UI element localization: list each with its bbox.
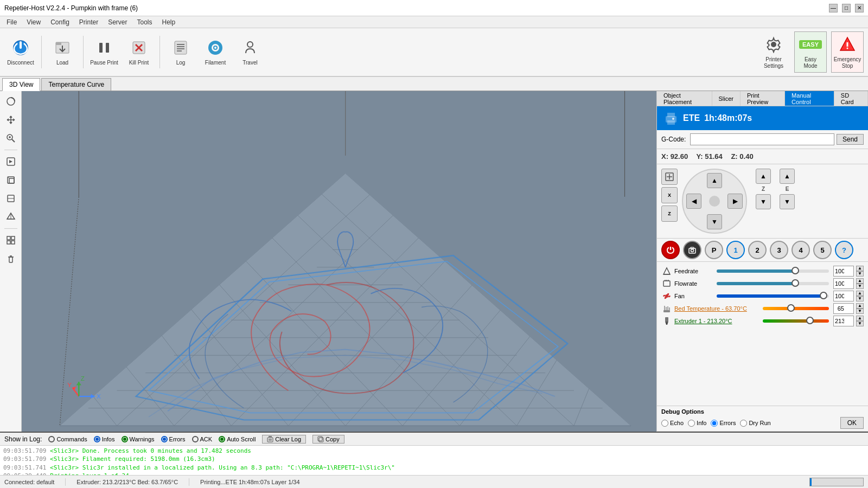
y-minus-button[interactable]: ▼ [707, 214, 722, 229]
fan-value[interactable] [833, 291, 854, 301]
tab-3d-view[interactable]: 3D View [2, 78, 40, 91]
echo-radio[interactable] [661, 420, 668, 427]
pause-print-button[interactable]: Pause Print [88, 31, 120, 73]
gcode-input[interactable] [690, 133, 834, 145]
errors-log-option[interactable]: Errors [161, 436, 186, 442]
menu-file[interactable]: File [2, 17, 21, 27]
feedrate-slider-thumb[interactable] [792, 267, 799, 274]
z-plus-button[interactable]: ▲ [756, 169, 771, 184]
view-fit-button[interactable] [3, 232, 19, 248]
preset-1-button[interactable]: 1 [726, 241, 745, 259]
delete-button[interactable] [3, 251, 19, 267]
feedrate-up[interactable]: ▲ [856, 266, 864, 271]
fan-slider-thumb[interactable] [820, 292, 827, 299]
menu-config[interactable]: Config [46, 17, 74, 27]
view-iso-button[interactable] [3, 172, 19, 188]
log-button[interactable]: Log [164, 31, 197, 73]
flowrate-value[interactable] [833, 278, 854, 289]
emergency-stop-button[interactable]: Emergency Stop [831, 31, 864, 73]
echo-option[interactable]: Echo [661, 420, 684, 427]
preset-4-button[interactable]: 4 [792, 241, 810, 259]
extruder1-value[interactable] [833, 316, 854, 326]
minimize-button[interactable]: — [829, 4, 838, 12]
ok-button[interactable]: OK [840, 417, 864, 429]
feedrate-value[interactable] [833, 266, 854, 277]
extruder1-down[interactable]: ▼ [856, 321, 864, 326]
infos-option[interactable]: Infos [94, 436, 115, 442]
x-minus-button[interactable]: ◀ [686, 194, 701, 209]
home-xy-button[interactable] [661, 169, 678, 185]
infos-radio[interactable] [94, 436, 100, 442]
preset-2-button[interactable]: 2 [748, 241, 767, 259]
info-radio[interactable] [688, 420, 695, 427]
bed-temp-down[interactable]: ▼ [856, 309, 864, 314]
zoom-button[interactable] [3, 130, 19, 146]
disconnect-button[interactable]: Disconnect [4, 31, 37, 73]
view-reset-button[interactable] [3, 153, 19, 170]
auto-scroll-radio[interactable] [219, 436, 225, 442]
power-button[interactable] [661, 241, 680, 259]
menu-printer[interactable]: Printer [75, 17, 103, 27]
errors-option[interactable]: Errors [711, 420, 736, 427]
warnings-option[interactable]: Warnings [122, 436, 155, 442]
ack-option[interactable]: ACK [192, 436, 213, 442]
ack-radio[interactable] [192, 436, 199, 442]
3d-view[interactable]: X Y Z [22, 91, 656, 432]
copy-button[interactable]: Copy [312, 435, 344, 444]
info-option[interactable]: Info [688, 420, 706, 427]
tab-print-preview[interactable]: Print Preview [741, 91, 785, 106]
y-plus-button[interactable]: ▲ [707, 173, 722, 188]
menu-view[interactable]: View [22, 17, 45, 27]
tab-temp-curve[interactable]: Temperature Curve [41, 78, 111, 91]
flowrate-slider-thumb[interactable] [792, 279, 799, 287]
fan-up[interactable]: ▲ [856, 291, 864, 296]
z-minus-button[interactable]: ▼ [756, 194, 771, 209]
view-wireframe-button[interactable] [3, 209, 19, 225]
flowrate-up[interactable]: ▲ [856, 278, 864, 284]
filament-button[interactable]: Filament [199, 31, 232, 73]
feedrate-down[interactable]: ▼ [856, 271, 864, 277]
tab-object-placement[interactable]: Object Placement [657, 91, 712, 106]
p-button[interactable]: P [705, 241, 723, 259]
bed-temp-up[interactable]: ▲ [856, 303, 864, 309]
e-minus-button[interactable]: ▼ [780, 194, 795, 209]
tab-manual-control[interactable]: Manual Control [785, 91, 834, 106]
printer-settings-button[interactable]: Printer Settings [757, 31, 790, 73]
gcode-send-button[interactable]: Send [837, 134, 864, 145]
easy-mode-button[interactable]: EASY Easy Mode [794, 31, 827, 73]
errors-radio[interactable] [711, 420, 718, 427]
help-button[interactable]: ? [835, 241, 853, 259]
maximize-button[interactable]: □ [842, 4, 851, 12]
dry-run-option[interactable]: Dry Run [740, 420, 770, 427]
clear-log-button[interactable]: Clear Log [262, 435, 306, 444]
view-flat-button[interactable] [3, 190, 19, 207]
tab-slicer[interactable]: Slicer [712, 91, 741, 106]
e-plus-button[interactable]: ▲ [780, 169, 795, 184]
home-z-button[interactable]: Z [661, 206, 678, 222]
errors-log-radio[interactable] [161, 436, 168, 442]
extruder1-slider-thumb[interactable] [806, 317, 814, 324]
auto-scroll-option[interactable]: Auto Scroll [219, 436, 256, 442]
kill-print-button[interactable]: Kill Print [123, 31, 155, 73]
close-button[interactable]: ✕ [855, 4, 864, 12]
dry-run-radio[interactable] [740, 420, 747, 427]
menu-server[interactable]: Server [104, 17, 131, 27]
x-plus-button[interactable]: ▶ [727, 194, 743, 209]
bed-temp-value[interactable] [833, 303, 854, 314]
camera-button[interactable] [683, 241, 701, 259]
tab-sd-card[interactable]: SD Card [834, 91, 868, 106]
load-button[interactable]: Load [46, 31, 79, 73]
home-x-button[interactable]: X [661, 187, 678, 203]
commands-radio[interactable] [48, 436, 55, 442]
extruder1-up[interactable]: ▲ [856, 316, 864, 321]
view-move-button[interactable] [3, 112, 19, 128]
fan-down[interactable]: ▼ [856, 296, 864, 301]
travel-button[interactable]: Travel [234, 31, 266, 73]
bed-temp-slider-thumb[interactable] [787, 304, 795, 312]
preset-3-button[interactable]: 3 [770, 241, 788, 259]
flowrate-down[interactable]: ▼ [856, 284, 864, 289]
view-rotate-button[interactable] [3, 93, 19, 110]
menu-tools[interactable]: Tools [133, 17, 157, 27]
preset-5-button[interactable]: 5 [813, 241, 832, 259]
commands-option[interactable]: Commands [48, 436, 87, 442]
